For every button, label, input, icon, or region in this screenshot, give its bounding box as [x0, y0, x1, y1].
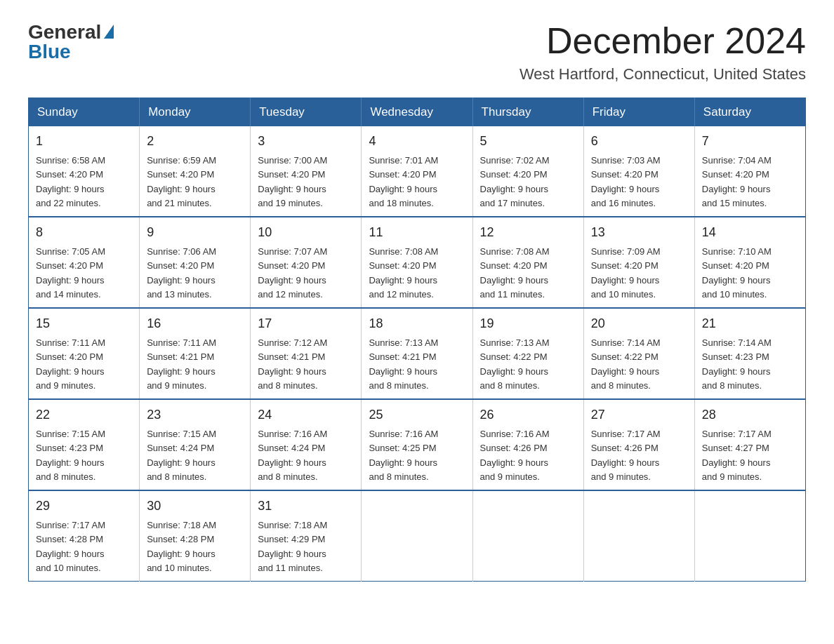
calendar-day-cell: 23 Sunrise: 7:15 AMSunset: 4:24 PMDaylig…: [140, 399, 251, 490]
calendar-day-cell: 16 Sunrise: 7:11 AMSunset: 4:21 PMDaylig…: [140, 308, 251, 399]
day-of-week-header: Monday: [140, 98, 251, 127]
day-info: Sunrise: 7:15 AMSunset: 4:23 PMDaylight:…: [36, 429, 105, 482]
calendar-day-cell: 6 Sunrise: 7:03 AMSunset: 4:20 PMDayligh…: [583, 126, 694, 217]
day-info: Sunrise: 7:13 AMSunset: 4:21 PMDaylight:…: [369, 337, 438, 391]
day-of-week-header: Friday: [583, 98, 694, 127]
day-number: 20: [591, 314, 687, 333]
calendar-day-cell: [472, 490, 583, 582]
day-number: 17: [258, 314, 354, 333]
calendar-week-row: 29 Sunrise: 7:17 AMSunset: 4:28 PMDaylig…: [29, 490, 806, 582]
calendar-day-cell: 27 Sunrise: 7:17 AMSunset: 4:26 PMDaylig…: [583, 399, 694, 490]
day-info: Sunrise: 7:16 AMSunset: 4:24 PMDaylight:…: [258, 429, 327, 482]
logo-blue-text: Blue: [28, 41, 71, 63]
calendar-day-cell: 21 Sunrise: 7:14 AMSunset: 4:23 PMDaylig…: [694, 308, 805, 399]
day-info: Sunrise: 7:01 AMSunset: 4:20 PMDaylight:…: [369, 155, 438, 208]
calendar-day-cell: 29 Sunrise: 7:17 AMSunset: 4:28 PMDaylig…: [29, 490, 140, 582]
calendar-day-cell: 15 Sunrise: 7:11 AMSunset: 4:20 PMDaylig…: [29, 308, 140, 399]
calendar-day-cell: 12 Sunrise: 7:08 AMSunset: 4:20 PMDaylig…: [472, 217, 583, 308]
day-number: 3: [258, 132, 354, 151]
day-info: Sunrise: 7:06 AMSunset: 4:20 PMDaylight:…: [147, 246, 216, 300]
calendar-day-cell: 24 Sunrise: 7:16 AMSunset: 4:24 PMDaylig…: [251, 399, 362, 490]
header: General Blue December 2024 West Hartford…: [28, 21, 806, 83]
day-info: Sunrise: 7:07 AMSunset: 4:20 PMDaylight:…: [258, 246, 327, 300]
day-number: 27: [591, 405, 687, 424]
day-number: 15: [36, 314, 132, 333]
day-info: Sunrise: 7:11 AMSunset: 4:20 PMDaylight:…: [36, 337, 105, 391]
day-of-week-header: Sunday: [29, 98, 140, 127]
day-info: Sunrise: 6:59 AMSunset: 4:20 PMDaylight:…: [147, 155, 216, 208]
day-of-week-header: Tuesday: [251, 98, 362, 127]
calendar-day-cell: 2 Sunrise: 6:59 AMSunset: 4:20 PMDayligh…: [140, 126, 251, 217]
day-info: Sunrise: 7:09 AMSunset: 4:20 PMDaylight:…: [591, 246, 661, 300]
day-number: 26: [480, 405, 576, 424]
day-number: 13: [591, 223, 687, 242]
day-number: 21: [702, 314, 798, 333]
day-info: Sunrise: 7:05 AMSunset: 4:20 PMDaylight:…: [36, 246, 105, 300]
day-number: 31: [258, 497, 354, 516]
day-info: Sunrise: 7:17 AMSunset: 4:26 PMDaylight:…: [591, 429, 661, 482]
day-info: Sunrise: 7:18 AMSunset: 4:29 PMDaylight:…: [258, 520, 327, 573]
day-info: Sunrise: 7:18 AMSunset: 4:28 PMDaylight:…: [147, 520, 216, 573]
day-info: Sunrise: 7:17 AMSunset: 4:28 PMDaylight:…: [36, 520, 105, 573]
day-info: Sunrise: 6:58 AMSunset: 4:20 PMDaylight:…: [36, 155, 105, 208]
calendar-day-cell: 10 Sunrise: 7:07 AMSunset: 4:20 PMDaylig…: [251, 217, 362, 308]
day-of-week-header: Thursday: [472, 98, 583, 127]
day-number: 7: [702, 132, 798, 151]
calendar-day-cell: 30 Sunrise: 7:18 AMSunset: 4:28 PMDaylig…: [140, 490, 251, 582]
day-number: 11: [369, 223, 465, 242]
day-info: Sunrise: 7:16 AMSunset: 4:25 PMDaylight:…: [369, 429, 438, 482]
calendar-day-cell: 4 Sunrise: 7:01 AMSunset: 4:20 PMDayligh…: [362, 126, 472, 217]
day-info: Sunrise: 7:15 AMSunset: 4:24 PMDaylight:…: [147, 429, 216, 482]
day-number: 14: [702, 223, 798, 242]
day-info: Sunrise: 7:08 AMSunset: 4:20 PMDaylight:…: [369, 246, 438, 300]
day-number: 24: [258, 405, 354, 424]
calendar-day-cell: [694, 490, 805, 582]
day-number: 25: [369, 405, 465, 424]
calendar-day-cell: 25 Sunrise: 7:16 AMSunset: 4:25 PMDaylig…: [362, 399, 472, 490]
day-info: Sunrise: 7:14 AMSunset: 4:22 PMDaylight:…: [591, 337, 661, 391]
calendar-header-row: SundayMondayTuesdayWednesdayThursdayFrid…: [29, 98, 806, 127]
logo-triangle-icon: [104, 25, 114, 39]
day-info: Sunrise: 7:10 AMSunset: 4:20 PMDaylight:…: [702, 246, 772, 300]
calendar-week-row: 22 Sunrise: 7:15 AMSunset: 4:23 PMDaylig…: [29, 399, 806, 490]
day-info: Sunrise: 7:04 AMSunset: 4:20 PMDaylight:…: [702, 155, 772, 208]
calendar-table: SundayMondayTuesdayWednesdayThursdayFrid…: [28, 98, 806, 582]
calendar-day-cell: 7 Sunrise: 7:04 AMSunset: 4:20 PMDayligh…: [694, 126, 805, 217]
day-number: 2: [147, 132, 243, 151]
day-number: 22: [36, 405, 132, 424]
calendar-day-cell: 19 Sunrise: 7:13 AMSunset: 4:22 PMDaylig…: [472, 308, 583, 399]
day-info: Sunrise: 7:02 AMSunset: 4:20 PMDaylight:…: [480, 155, 550, 208]
calendar-day-cell: 3 Sunrise: 7:00 AMSunset: 4:20 PMDayligh…: [251, 126, 362, 217]
day-of-week-header: Wednesday: [362, 98, 472, 127]
calendar-day-cell: 18 Sunrise: 7:13 AMSunset: 4:21 PMDaylig…: [362, 308, 472, 399]
day-number: 29: [36, 497, 132, 516]
calendar-day-cell: 20 Sunrise: 7:14 AMSunset: 4:22 PMDaylig…: [583, 308, 694, 399]
calendar-day-cell: 22 Sunrise: 7:15 AMSunset: 4:23 PMDaylig…: [29, 399, 140, 490]
calendar-day-cell: [362, 490, 472, 582]
day-number: 28: [702, 405, 798, 424]
calendar-week-row: 15 Sunrise: 7:11 AMSunset: 4:20 PMDaylig…: [29, 308, 806, 399]
day-info: Sunrise: 7:11 AMSunset: 4:21 PMDaylight:…: [147, 337, 216, 391]
month-title: December 2024: [519, 21, 806, 61]
day-number: 5: [480, 132, 576, 151]
day-info: Sunrise: 7:13 AMSunset: 4:22 PMDaylight:…: [480, 337, 550, 391]
calendar-day-cell: 11 Sunrise: 7:08 AMSunset: 4:20 PMDaylig…: [362, 217, 472, 308]
day-number: 18: [369, 314, 465, 333]
day-info: Sunrise: 7:12 AMSunset: 4:21 PMDaylight:…: [258, 337, 327, 391]
calendar-day-cell: 26 Sunrise: 7:16 AMSunset: 4:26 PMDaylig…: [472, 399, 583, 490]
location-title: West Hartford, Connecticut, United State…: [519, 65, 806, 83]
calendar-day-cell: 28 Sunrise: 7:17 AMSunset: 4:27 PMDaylig…: [694, 399, 805, 490]
calendar-day-cell: 9 Sunrise: 7:06 AMSunset: 4:20 PMDayligh…: [140, 217, 251, 308]
day-info: Sunrise: 7:03 AMSunset: 4:20 PMDaylight:…: [591, 155, 661, 208]
calendar-week-row: 8 Sunrise: 7:05 AMSunset: 4:20 PMDayligh…: [29, 217, 806, 308]
day-number: 6: [591, 132, 687, 151]
title-area: December 2024 West Hartford, Connecticut…: [519, 21, 806, 83]
day-info: Sunrise: 7:00 AMSunset: 4:20 PMDaylight:…: [258, 155, 327, 208]
day-number: 30: [147, 497, 243, 516]
calendar-day-cell: 5 Sunrise: 7:02 AMSunset: 4:20 PMDayligh…: [472, 126, 583, 217]
day-number: 12: [480, 223, 576, 242]
day-info: Sunrise: 7:17 AMSunset: 4:27 PMDaylight:…: [702, 429, 772, 482]
day-number: 23: [147, 405, 243, 424]
day-info: Sunrise: 7:08 AMSunset: 4:20 PMDaylight:…: [480, 246, 550, 300]
logo: General Blue: [28, 21, 114, 63]
